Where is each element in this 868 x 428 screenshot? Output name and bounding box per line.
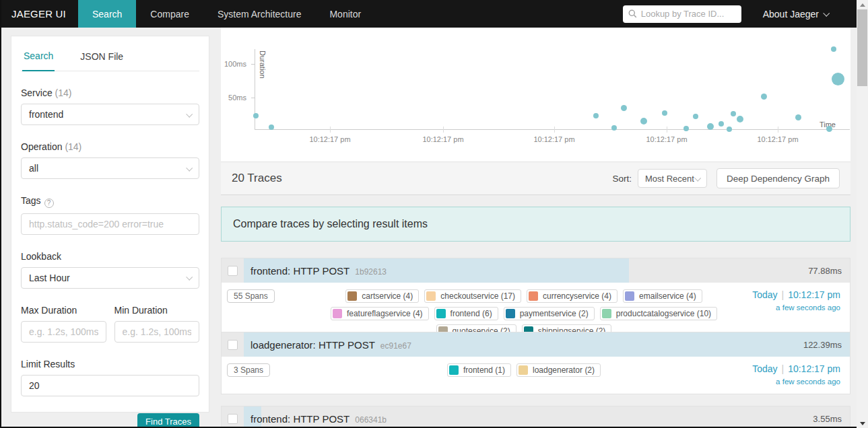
trace-header-link[interactable]: loadgenerator: HTTP POSTec91e67 122.39ms — [222, 332, 850, 357]
sidebar-tabs: SearchJSON File — [21, 36, 199, 71]
nav-item-monitor[interactable]: Monitor — [315, 0, 375, 28]
scatter-point[interactable] — [662, 110, 667, 116]
trace-time: 10:12:17 pm — [788, 363, 840, 374]
nav-item-search[interactable]: Search — [78, 0, 136, 28]
service-tag: cartservice (4) — [345, 289, 419, 303]
scatter-point[interactable] — [593, 113, 599, 118]
operation-select[interactable]: all — [21, 157, 199, 179]
max-duration-input[interactable] — [21, 321, 106, 343]
nav-item-compare[interactable]: Compare — [136, 0, 203, 28]
main-content: Duration Time 100ms50ms10:12:17 pm10:12:… — [221, 28, 850, 428]
sidebar-tab-json-file[interactable]: JSON File — [79, 42, 125, 71]
trace-compare-checkbox[interactable] — [228, 414, 238, 424]
scatter-point[interactable] — [832, 73, 844, 85]
trace-count: 20 Traces — [232, 172, 282, 185]
service-tag: featureflagservice (4) — [331, 307, 429, 320]
lookback-label: Lookback — [21, 251, 199, 262]
x-tick-label: 10:12:17 pm — [413, 135, 473, 143]
scatter-point[interactable] — [707, 123, 714, 130]
scatter-point[interactable] — [253, 113, 259, 118]
trace-duration: 122.39ms — [803, 332, 842, 357]
scatter-point[interactable] — [727, 127, 732, 132]
sort-label: Sort: — [612, 174, 632, 184]
page-scrollbar[interactable] — [857, 0, 868, 428]
scatter-point[interactable] — [640, 118, 647, 124]
y-tick — [251, 98, 255, 98]
scatter-point[interactable] — [731, 111, 736, 116]
trace-relative-time: a few seconds ago — [719, 304, 840, 312]
service-tag-label: loadgenerator (2) — [533, 365, 595, 375]
scrollbar-down-arrow[interactable] — [857, 419, 868, 428]
find-traces-button[interactable]: Find Traces — [137, 413, 199, 428]
y-tick-label: 50ms — [206, 94, 246, 102]
service-tag-label: featureflagservice (4) — [347, 309, 423, 318]
operation-count: (14) — [65, 141, 81, 152]
search-icon — [628, 9, 637, 18]
service-tag: productcatalogservice (10) — [600, 307, 717, 320]
service-tag-list: frontend (1)loadgenerator (2) — [329, 363, 719, 377]
date-time-separator: | — [782, 289, 784, 300]
limit-results-label: Limit Results — [21, 359, 199, 369]
limit-results-input[interactable] — [21, 375, 199, 396]
nav-items: SearchCompareSystem ArchitectureMonitor — [78, 0, 375, 28]
duration-scatter-plot: Duration Time 100ms50ms10:12:17 pm10:12:… — [221, 28, 850, 162]
trace-title: frontend: HTTP POST — [251, 265, 349, 277]
x-tick-label: 10:12:17 pm — [747, 135, 808, 143]
trace-date: Today — [752, 363, 777, 374]
lookback-select-value: Last Hour — [29, 273, 70, 283]
service-tag-label: frontend (6) — [450, 309, 492, 318]
x-tick — [443, 127, 444, 133]
scatter-point[interactable] — [719, 121, 724, 127]
x-tick — [667, 127, 667, 133]
trace-header-link[interactable]: frontend: HTTP POST1b92613 77.88ms — [222, 258, 850, 283]
span-count-pill: 3 Spans — [227, 363, 270, 377]
service-tag: loadgenerator (2) — [516, 363, 601, 377]
trace-compare-checkbox[interactable] — [228, 266, 238, 276]
scatter-point[interactable] — [269, 124, 274, 130]
scatter-point[interactable] — [826, 126, 832, 132]
operation-label: Operation — [21, 141, 62, 152]
span-count-pill: 55 Spans — [227, 289, 275, 303]
service-field: Service (14) frontend — [21, 87, 199, 125]
jaeger-logo[interactable]: JAEGER UI — [0, 8, 78, 20]
tags-input[interactable] — [21, 213, 199, 235]
scrollbar-thumb[interactable] — [857, 9, 867, 86]
min-duration-label: Min Duration — [114, 305, 200, 316]
scatter-point[interactable] — [611, 125, 617, 131]
service-select[interactable]: frontend — [21, 104, 199, 125]
chevron-down-icon — [694, 174, 701, 181]
trace-header-link[interactable]: frontend: HTTP POST066341b 3.55ms — [222, 406, 850, 428]
x-tick-label: 10:12:17 pm — [300, 135, 360, 143]
scatter-point[interactable] — [795, 114, 801, 120]
scatter-point[interactable] — [761, 94, 767, 100]
limit-field: Limit Results — [21, 359, 199, 396]
scatter-point[interactable] — [621, 105, 627, 111]
trace-id-search-input[interactable]: Lookup by Trace ID... — [623, 5, 741, 23]
chevron-down-icon — [186, 274, 193, 281]
y-tick-label: 100ms — [206, 60, 246, 68]
x-tick — [778, 127, 778, 133]
service-tag-label: frontend (1) — [463, 365, 505, 375]
sort-select[interactable]: Most Recent — [638, 169, 707, 188]
compare-traces-banner: Compare traces by selecting result items — [221, 207, 850, 242]
scatter-point[interactable] — [737, 116, 743, 122]
top-navbar: JAEGER UI SearchCompareSystem Architectu… — [0, 0, 857, 28]
service-color-chip — [333, 309, 342, 318]
service-select-value: frontend — [29, 109, 63, 120]
scatter-point[interactable] — [831, 46, 836, 52]
nav-item-system-architecture[interactable]: System Architecture — [203, 0, 316, 28]
service-tag-label: cartservice (4) — [362, 291, 413, 301]
about-jaeger-menu[interactable]: About Jaeger — [763, 9, 828, 20]
chevron-down-icon — [823, 10, 830, 17]
scatter-point[interactable] — [693, 114, 698, 119]
window-edge-left — [0, 0, 1, 428]
results-header-bar: 20 Traces Sort: Most Recent Deep Depende… — [221, 162, 850, 195]
scrollbar-up-arrow[interactable] — [857, 0, 868, 9]
trace-compare-checkbox[interactable] — [228, 340, 238, 350]
scatter-point[interactable] — [683, 126, 689, 131]
help-question-icon[interactable]: ? — [44, 199, 54, 208]
deep-dependency-graph-button[interactable]: Deep Dependency Graph — [716, 168, 840, 188]
sidebar-tab-search[interactable]: Search — [22, 41, 55, 71]
lookback-select[interactable]: Last Hour — [21, 267, 199, 289]
min-duration-input[interactable] — [114, 321, 200, 343]
